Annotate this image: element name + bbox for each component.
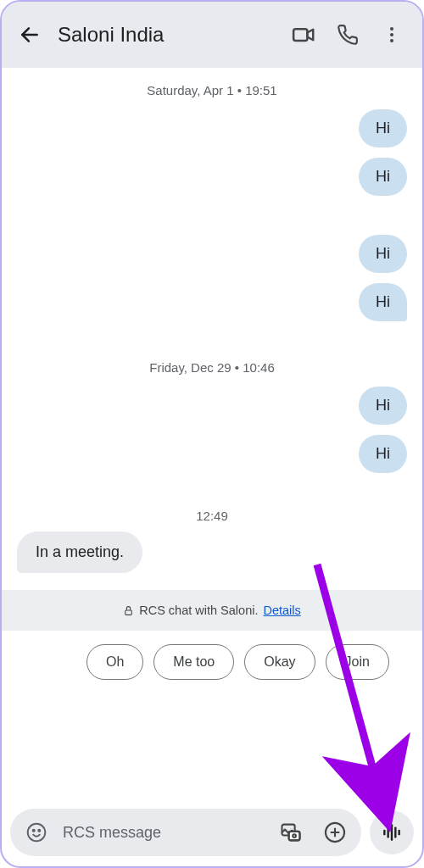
suggestion-chip[interactable]: Me too [153, 644, 234, 680]
message-bubble-out[interactable]: Hi [359, 158, 407, 196]
svg-point-8 [38, 830, 40, 832]
message-row: Hi [17, 435, 407, 473]
lock-icon [123, 605, 134, 616]
message-row: Hi [17, 109, 407, 147]
message-bubble-out[interactable]: Hi [359, 435, 407, 473]
svg-point-3 [390, 33, 393, 36]
message-bubble-out[interactable]: Hi [359, 387, 407, 425]
more-vert-icon [382, 25, 402, 45]
suggestion-chip[interactable]: Join [326, 644, 389, 680]
message-composer: RCS message [10, 809, 414, 856]
audio-wave-icon [381, 821, 403, 843]
date-divider: Saturday, Apr 1 • 19:51 [17, 68, 407, 109]
message-input[interactable]: RCS message [10, 809, 361, 856]
gallery-icon [279, 821, 303, 844]
svg-point-6 [28, 824, 46, 842]
back-button[interactable] [14, 19, 46, 51]
message-input-placeholder: RCS message [63, 824, 265, 842]
attach-button[interactable] [317, 815, 353, 850]
time-divider: 12:49 [17, 483, 407, 531]
more-options-button[interactable] [373, 16, 410, 53]
svg-point-4 [390, 39, 393, 42]
voice-message-button[interactable] [370, 810, 414, 854]
rcs-details-link[interactable]: Details [263, 604, 300, 617]
phone-icon [337, 24, 359, 46]
svg-point-2 [390, 27, 393, 31]
svg-rect-5 [126, 609, 132, 614]
suggestion-chip[interactable]: Oh [86, 644, 143, 680]
message-row: Hi [17, 387, 407, 425]
message-bubble-in[interactable]: In a meeting. [17, 531, 142, 573]
video-call-button[interactable] [285, 16, 322, 53]
message-bubble-out[interactable]: Hi [359, 109, 407, 147]
contact-name[interactable]: Saloni India [58, 23, 278, 47]
message-bubble-out[interactable]: Hi [359, 283, 407, 321]
video-icon [291, 22, 316, 47]
rcs-banner: RCS chat with Saloni. Details [2, 590, 422, 631]
message-row: Hi [17, 158, 407, 196]
voice-call-button[interactable] [329, 16, 366, 53]
conversation-scroll[interactable]: Saturday, Apr 1 • 19:51 Hi Hi Hi Hi Frid… [2, 68, 422, 573]
svg-rect-1 [293, 29, 307, 41]
emoji-icon [25, 821, 47, 843]
arrow-back-icon [19, 24, 41, 46]
date-divider: Friday, Dec 29 • 10:46 [17, 331, 407, 387]
gallery-button[interactable] [273, 815, 309, 850]
suggestion-row: Oh Me too Okay Join [2, 631, 422, 680]
message-bubble-out[interactable]: Hi [359, 235, 407, 273]
plus-circle-icon [323, 821, 347, 844]
emoji-button[interactable] [19, 815, 54, 850]
chat-header: Saloni India [2, 2, 422, 68]
rcs-banner-text: RCS chat with Saloni. [139, 604, 258, 617]
message-row: In a meeting. [17, 531, 407, 573]
svg-point-7 [33, 830, 35, 832]
suggestion-chip[interactable]: Okay [244, 644, 315, 680]
svg-rect-10 [289, 832, 300, 841]
message-row: Hi [17, 283, 407, 321]
message-row: Hi [17, 235, 407, 273]
